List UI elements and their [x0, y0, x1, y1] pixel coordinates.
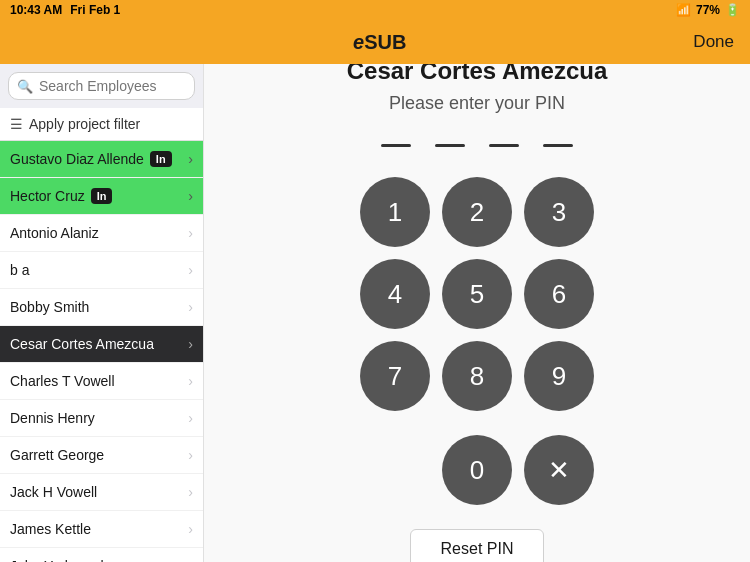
pin-dot-3: [489, 144, 519, 147]
list-item[interactable]: Garrett George›: [0, 437, 203, 474]
status-bar: 10:43 AM Fri Feb 1 📶 77% 🔋: [0, 0, 750, 20]
employee-list: Gustavo Diaz AllendeIn›Hector CruzIn›Ant…: [0, 141, 203, 562]
status-day: Fri Feb 1: [70, 3, 120, 17]
reset-pin-button[interactable]: Reset PIN: [410, 529, 545, 562]
chevron-right-icon: ›: [188, 447, 193, 463]
employee-item-left: Jack H Vowell: [10, 484, 97, 500]
list-item[interactable]: Cesar Cortes Amezcua›: [0, 326, 203, 363]
search-input-wrap: 🔍: [8, 72, 195, 100]
search-icon: 🔍: [17, 79, 33, 94]
title-e: e: [353, 31, 364, 54]
employee-item-left: James Kettle: [10, 521, 91, 537]
filter-row[interactable]: ☰ Apply project filter: [0, 108, 203, 141]
pin-pad: 123456789: [360, 177, 594, 411]
pin-dot-4: [543, 144, 573, 147]
list-item[interactable]: Dennis Henry›: [0, 400, 203, 437]
employee-name: Hector Cruz: [10, 188, 85, 204]
pin-button-6[interactable]: 6: [524, 259, 594, 329]
pin-delete-button[interactable]: ✕: [524, 435, 594, 505]
employee-item-left: Cesar Cortes Amezcua: [10, 336, 154, 352]
chevron-right-icon: ›: [188, 558, 193, 562]
pin-button-4[interactable]: 4: [360, 259, 430, 329]
chevron-right-icon: ›: [188, 299, 193, 315]
employee-name: James Kettle: [10, 521, 91, 537]
employee-badge: In: [150, 151, 172, 167]
pin-dot-2: [435, 144, 465, 147]
list-item[interactable]: John Yarbrough›: [0, 548, 203, 562]
chevron-right-icon: ›: [188, 484, 193, 500]
status-right: 📶 77% 🔋: [676, 3, 740, 17]
chevron-right-icon: ›: [188, 373, 193, 389]
filter-label: Apply project filter: [29, 116, 140, 132]
list-item[interactable]: Antonio Alaniz›: [0, 215, 203, 252]
search-input[interactable]: [39, 78, 186, 94]
list-item[interactable]: b a›: [0, 252, 203, 289]
employee-item-left: Dennis Henry: [10, 410, 95, 426]
battery-level: 77%: [696, 3, 720, 17]
employee-name: John Yarbrough: [10, 558, 108, 562]
chevron-right-icon: ›: [188, 188, 193, 204]
nav-bar: e SUB Done: [0, 20, 750, 64]
employee-name: Jack H Vowell: [10, 484, 97, 500]
done-button[interactable]: Done: [693, 32, 734, 52]
employee-name: Antonio Alaniz: [10, 225, 99, 241]
pin-spacer: [360, 435, 430, 505]
status-time: 10:43 AM: [10, 3, 62, 17]
chevron-right-icon: ›: [188, 262, 193, 278]
employee-item-left: Garrett George: [10, 447, 104, 463]
main-content: 🔍 ☰ Apply project filter Gustavo Diaz Al…: [0, 64, 750, 562]
employee-name: Garrett George: [10, 447, 104, 463]
employee-item-left: John Yarbrough: [10, 558, 108, 562]
employee-name: Cesar Cortes Amezcua: [10, 336, 154, 352]
pin-button-3[interactable]: 3: [524, 177, 594, 247]
battery-icon: 🔋: [725, 3, 740, 17]
list-item[interactable]: Gustavo Diaz AllendeIn›: [0, 141, 203, 178]
employee-name: Bobby Smith: [10, 299, 89, 315]
employee-name: Charles T Vowell: [10, 373, 115, 389]
search-bar: 🔍: [0, 64, 203, 108]
status-left: 10:43 AM Fri Feb 1: [10, 3, 120, 17]
pin-prompt: Please enter your PIN: [389, 93, 565, 114]
list-item[interactable]: Hector CruzIn›: [0, 178, 203, 215]
list-item[interactable]: James Kettle›: [0, 511, 203, 548]
pin-button-7[interactable]: 7: [360, 341, 430, 411]
pin-bottom-row: 0 ✕: [360, 435, 594, 505]
pin-dot-1: [381, 144, 411, 147]
pin-dots: [381, 144, 573, 147]
pin-button-9[interactable]: 9: [524, 341, 594, 411]
employee-badge: In: [91, 188, 113, 204]
pin-employee-name: Cesar Cortes Amezcua: [347, 64, 608, 85]
employee-item-left: Bobby Smith: [10, 299, 89, 315]
list-item[interactable]: Charles T Vowell›: [0, 363, 203, 400]
chevron-right-icon: ›: [188, 151, 193, 167]
right-panel: Cesar Cortes Amezcua Please enter your P…: [204, 64, 750, 562]
employee-name: Dennis Henry: [10, 410, 95, 426]
list-item[interactable]: Bobby Smith›: [0, 289, 203, 326]
pin-button-2[interactable]: 2: [442, 177, 512, 247]
chevron-right-icon: ›: [188, 521, 193, 537]
employee-item-left: Charles T Vowell: [10, 373, 115, 389]
title-sub: SUB: [364, 31, 406, 54]
employee-item-left: Hector CruzIn: [10, 188, 112, 204]
chevron-right-icon: ›: [188, 225, 193, 241]
pin-button-1[interactable]: 1: [360, 177, 430, 247]
employee-item-left: Gustavo Diaz AllendeIn: [10, 151, 172, 167]
list-item[interactable]: Jack H Vowell›: [0, 474, 203, 511]
chevron-right-icon: ›: [188, 410, 193, 426]
filter-icon: ☰: [10, 116, 23, 132]
pin-button-8[interactable]: 8: [442, 341, 512, 411]
sidebar: 🔍 ☰ Apply project filter Gustavo Diaz Al…: [0, 64, 204, 562]
employee-item-left: b a: [10, 262, 29, 278]
chevron-right-icon: ›: [188, 336, 193, 352]
pin-zero-button[interactable]: 0: [442, 435, 512, 505]
employee-item-left: Antonio Alaniz: [10, 225, 99, 241]
wifi-icon: 📶: [676, 3, 691, 17]
app-title: e SUB: [353, 31, 406, 54]
employee-name: b a: [10, 262, 29, 278]
employee-name: Gustavo Diaz Allende: [10, 151, 144, 167]
pin-button-5[interactable]: 5: [442, 259, 512, 329]
